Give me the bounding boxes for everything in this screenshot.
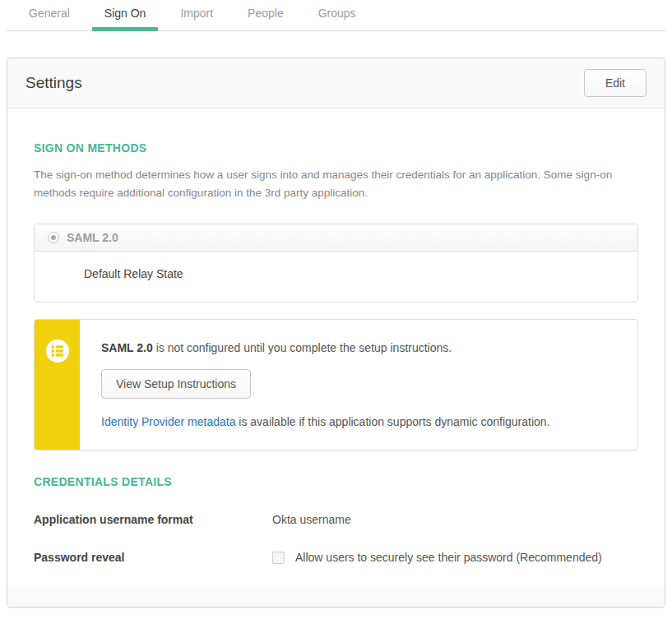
callout-message-text: is not configured until you complete the… bbox=[153, 341, 452, 354]
tab-general[interactable]: General bbox=[16, 7, 82, 31]
settings-panel: Settings Edit SIGN ON METHODS The sign-o… bbox=[7, 58, 665, 607]
page-title: Settings bbox=[25, 74, 82, 92]
application-username-format-row: Application username format Okta usernam… bbox=[34, 513, 638, 526]
identity-provider-metadata-link[interactable]: Identity Provider metadata bbox=[101, 415, 235, 428]
callout-link-suffix: is available if this application support… bbox=[235, 415, 549, 428]
credentials-details-heading: CREDENTIALS DETAILS bbox=[34, 475, 638, 488]
callout-message-bold: SAML 2.0 bbox=[101, 341, 153, 354]
tab-groups[interactable]: Groups bbox=[306, 7, 368, 31]
callout-warning-stripe bbox=[35, 320, 80, 450]
saml-radio-button[interactable] bbox=[48, 232, 59, 243]
saml-method-label: SAML 2.0 bbox=[67, 231, 118, 244]
callout-content: SAML 2.0 is not configured until you com… bbox=[80, 320, 570, 450]
sign-on-methods-description: The sign-on method determines how a user… bbox=[34, 166, 634, 202]
default-relay-state-label: Default Relay State bbox=[84, 267, 183, 280]
settings-panel-footer bbox=[7, 587, 665, 607]
saml-method-box: SAML 2.0 Default Relay State bbox=[34, 224, 638, 303]
app-tab-bar: General Sign On Import People Groups bbox=[7, 0, 665, 31]
password-reveal-checkbox-wrap: Allow users to securely see their passwo… bbox=[272, 551, 602, 564]
saml-method-body: Default Relay State bbox=[35, 252, 637, 302]
list-icon bbox=[45, 320, 70, 450]
settings-panel-body: SIGN ON METHODS The sign-on method deter… bbox=[7, 141, 665, 564]
tab-import[interactable]: Import bbox=[168, 7, 225, 31]
saml-method-header: SAML 2.0 bbox=[35, 224, 637, 252]
application-username-format-value: Okta username bbox=[272, 513, 351, 526]
callout-link-line: Identity Provider metadata is available … bbox=[101, 415, 550, 428]
settings-panel-header: Settings Edit bbox=[7, 58, 665, 109]
application-username-format-label: Application username format bbox=[34, 513, 272, 526]
edit-button[interactable]: Edit bbox=[584, 69, 647, 97]
password-reveal-label: Password reveal bbox=[34, 551, 272, 564]
sign-on-methods-heading: SIGN ON METHODS bbox=[34, 141, 638, 155]
tab-sign-on[interactable]: Sign On bbox=[92, 7, 159, 31]
password-reveal-checkbox-label: Allow users to securely see their passwo… bbox=[295, 551, 602, 564]
tab-people[interactable]: People bbox=[235, 7, 296, 31]
radio-selected-dot bbox=[51, 235, 56, 240]
view-setup-instructions-button[interactable]: View Setup Instructions bbox=[101, 369, 251, 399]
callout-message: SAML 2.0 is not configured until you com… bbox=[101, 341, 550, 354]
saml-setup-callout: SAML 2.0 is not configured until you com… bbox=[34, 319, 638, 450]
password-reveal-checkbox[interactable] bbox=[272, 552, 285, 564]
password-reveal-row: Password reveal Allow users to securely … bbox=[34, 551, 638, 564]
